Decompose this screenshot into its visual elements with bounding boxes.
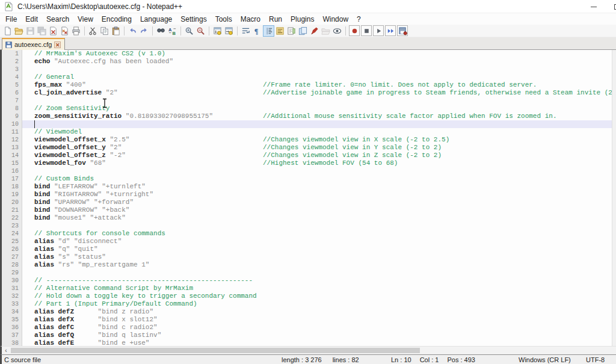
menu-settings[interactable]: Settings: [176, 14, 211, 25]
code-text[interactable]: [34, 97, 616, 105]
code-text[interactable]: // Zoom Sensitivity: [34, 105, 616, 113]
menu-search[interactable]: Search: [42, 14, 73, 25]
editor-line-10[interactable]: 10: [2, 120, 616, 128]
code-text[interactable]: cl_join_advertise "2"//Advertise joinabl…: [34, 89, 616, 97]
open-file-icon[interactable]: [13, 25, 25, 37]
find-icon[interactable]: [155, 25, 167, 37]
editor-line-24[interactable]: 24// Shortcuts for console commands: [2, 230, 616, 238]
document-switcher-icon[interactable]: [297, 25, 309, 37]
copy-icon[interactable]: [99, 25, 110, 37]
editor-line-28[interactable]: 28alias "rs" "mp_restartgame 1": [2, 261, 616, 269]
editor-line-17[interactable]: 17// Custom Binds: [2, 175, 616, 183]
redo-icon[interactable]: [138, 25, 150, 37]
word-wrap-icon[interactable]: [240, 25, 251, 37]
code-text[interactable]: // Part 1 (Input Primary/Default Command…: [34, 300, 616, 308]
tab-autoexec-cfg[interactable]: autoexec.cfg ✕: [2, 38, 65, 50]
tab-close-icon[interactable]: ✕: [54, 42, 61, 48]
editor-line-37[interactable]: 37alias defQ "bind q lastinv": [2, 332, 616, 339]
code-text[interactable]: viewmodel_offset_x "2.5"//Changes viewmo…: [34, 136, 616, 144]
editor-line-33[interactable]: 33// Part 1 (Input Primary/Default Comma…: [2, 300, 616, 308]
code-text[interactable]: bind "mouse1" "+attack": [34, 214, 616, 222]
editor-line-36[interactable]: 36alias defC "bind c radio2": [2, 324, 616, 332]
editor-line-8[interactable]: 8// Zoom Sensitivity: [2, 105, 616, 113]
editor-line-1[interactable]: 1// MrMaxim's Autoexec CS2 (v 1.0): [2, 50, 616, 58]
file-browser-icon[interactable]: [320, 25, 331, 37]
editor-line-19[interactable]: 19bind "RIGHTARROW" "+turnright": [2, 191, 616, 199]
code-text[interactable]: // Shortcuts for console commands: [34, 230, 616, 238]
code-text[interactable]: [34, 167, 616, 175]
editor-line-14[interactable]: 14viewmodel_offset_z "-2"//Changes viewm…: [2, 152, 616, 159]
record-macro-icon[interactable]: [349, 25, 360, 36]
zoom-out-icon[interactable]: [195, 25, 206, 37]
code-text[interactable]: bind "LEFTARROW" "+turnleft": [34, 183, 616, 191]
editor-line-20[interactable]: 20bind "UPARROW" "+forward": [2, 199, 616, 206]
code-text[interactable]: // General: [34, 73, 616, 81]
editor-line-22[interactable]: 22bind "mouse1" "+attack": [2, 214, 616, 222]
editor-line-15[interactable]: 15viewmodel_fov "68"//Highest viewmodel …: [2, 159, 616, 167]
save-file-icon[interactable]: [25, 25, 36, 37]
save-macro-icon[interactable]: [397, 25, 408, 36]
editor-line-26[interactable]: 26alias "q" "quit": [2, 245, 616, 253]
close-file-icon[interactable]: [48, 25, 59, 37]
code-text[interactable]: [34, 66, 616, 73]
menu-edit[interactable]: Edit: [21, 14, 42, 25]
editor-line-2[interactable]: 2echo "Autoexec.cfg has been loaded": [2, 58, 616, 66]
cut-icon[interactable]: [87, 25, 99, 37]
code-text[interactable]: alias "s" "status": [34, 253, 616, 261]
code-text[interactable]: // Alternative Command Script by MrMaxim: [34, 285, 616, 292]
editor-line-23[interactable]: 23: [2, 222, 616, 230]
code-text[interactable]: alias defE "bind e +use": [34, 339, 616, 346]
zoom-in-icon[interactable]: [183, 25, 195, 37]
code-text[interactable]: alias "q" "quit": [34, 245, 616, 253]
run-macro-multiple-icon[interactable]: [385, 25, 396, 36]
menu-help[interactable]: ?: [353, 14, 365, 25]
scrollbar-thumb[interactable]: [11, 348, 420, 353]
code-text[interactable]: alias "d" "disconnect": [34, 238, 616, 245]
editor-line-4[interactable]: 4// General: [2, 73, 616, 81]
stop-macro-icon[interactable]: [361, 25, 372, 36]
play-macro-icon[interactable]: [373, 25, 384, 36]
code-text[interactable]: echo "Autoexec.cfg has been loaded": [34, 58, 616, 66]
show-indent-guide-icon[interactable]: [263, 25, 274, 37]
editor-line-18[interactable]: 18bind "LEFTARROW" "+turnleft": [2, 183, 616, 191]
code-text[interactable]: viewmodel_fov "68"//Highest viewmodel FO…: [34, 159, 616, 167]
replace-icon[interactable]: AB: [167, 25, 178, 37]
maximize-button[interactable]: [605, 0, 616, 13]
menu-file[interactable]: File: [1, 14, 21, 25]
menu-tools[interactable]: Tools: [211, 14, 236, 25]
code-text[interactable]: // Custom Binds: [34, 175, 616, 183]
editor-line-38[interactable]: 38alias defE "bind e +use": [2, 339, 616, 346]
editor-line-13[interactable]: 13viewmodel_offset_y "2"//Changes viewmo…: [2, 144, 616, 152]
menu-view[interactable]: View: [73, 14, 97, 25]
menu-plugins[interactable]: Plugins: [286, 14, 318, 25]
print-icon[interactable]: [70, 25, 82, 37]
save-all-icon[interactable]: [36, 25, 48, 37]
editor-line-25[interactable]: 25alias "d" "disconnect": [2, 238, 616, 245]
editor-line-27[interactable]: 27alias "s" "status": [2, 253, 616, 261]
code-text[interactable]: zoom_sensitivity_ratio "0.81893302709895…: [34, 113, 616, 120]
code-text[interactable]: bind "DOWNARROW" "+back": [34, 206, 616, 214]
code-text[interactable]: [34, 222, 616, 230]
editor-line-7[interactable]: 7: [2, 97, 616, 105]
code-text[interactable]: viewmodel_offset_z "-2"//Changes viewmod…: [34, 152, 616, 159]
editor-line-3[interactable]: 3: [2, 66, 616, 73]
code-text[interactable]: bind "RIGHTARROW" "+turnright": [34, 191, 616, 199]
menu-encoding[interactable]: Encoding: [97, 14, 136, 25]
code-text[interactable]: // Hold down a toggle key to trigger a s…: [34, 292, 616, 300]
paste-icon[interactable]: [110, 25, 122, 37]
code-text[interactable]: // -------------------------------------…: [34, 277, 616, 285]
scroll-left-arrow[interactable]: ‹: [2, 347, 10, 354]
editor-line-31[interactable]: 31// Alternative Command Script by MrMax…: [2, 285, 616, 292]
code-text[interactable]: alias "rs" "mp_restartgame 1": [34, 261, 616, 269]
code-text[interactable]: alias defC "bind c radio2": [34, 324, 616, 332]
define-language-icon[interactable]: [309, 25, 320, 37]
editor-line-34[interactable]: 34alias defZ "bind z radio": [2, 308, 616, 316]
editor-line-30[interactable]: 30// -----------------------------------…: [2, 277, 616, 285]
editor-line-21[interactable]: 21bind "DOWNARROW" "+back": [2, 206, 616, 214]
sync-vertical-scroll-icon[interactable]: [212, 25, 223, 37]
show-all-characters-icon[interactable]: ¶: [251, 25, 263, 37]
code-text[interactable]: viewmodel_offset_y "2"//Changes viewmode…: [34, 144, 616, 152]
code-text[interactable]: // MrMaxim's Autoexec CS2 (v 1.0): [34, 50, 616, 58]
minimize-button[interactable]: [582, 0, 605, 13]
code-text[interactable]: fps_max "400"//Frame rate limiter. 0=no …: [34, 81, 616, 89]
